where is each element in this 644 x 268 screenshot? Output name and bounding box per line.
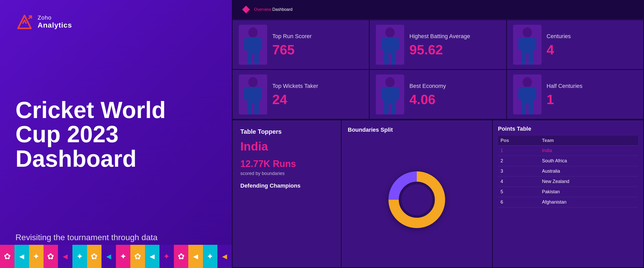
stat-card-run-scorer: Top Run Scorer 765 (233, 20, 369, 69)
table-toppers-card: Table Toppers India 12.77K Runs scored b… (233, 120, 341, 267)
table-toppers-title: Table Toppers (240, 128, 333, 135)
runs-highlight: 12.77K Runs (240, 158, 333, 169)
deco-block: ✦ (203, 245, 217, 268)
deco-block: ◄ (101, 245, 116, 268)
table-toppers-country: India (240, 139, 333, 153)
stat-value-centuries: 4 (547, 43, 637, 56)
player-image-centuries (513, 25, 541, 65)
deco-block: ✦ (159, 245, 174, 268)
deco-block: ◄ (145, 245, 159, 268)
stat-label-half-centuries: Half Centuries (547, 82, 637, 90)
row-position: 5 (498, 187, 539, 197)
svg-rect-15 (391, 53, 396, 65)
stat-info-batting-avg: Highest Batting Average 95.62 (409, 33, 500, 57)
header-title: Overview Dashboard (254, 7, 292, 12)
points-table: Pos Team 1India2South Africa3Australia4N… (498, 136, 638, 207)
stat-info-wickets: Top Wickets Taker 24 (272, 82, 363, 106)
runs-sub: scored by boundaries (240, 171, 333, 176)
svg-point-10 (385, 27, 395, 38)
left-panel: Zoho Analytics Cricket World Cup 2023 Da… (0, 0, 232, 268)
svg-point-17 (523, 27, 532, 38)
svg-marker-0 (18, 15, 31, 28)
logo-text: Zoho Analytics (38, 14, 72, 29)
svg-rect-21 (521, 53, 526, 65)
subtitle: Revisiting the tournament through data (15, 233, 216, 242)
deco-block: ✿ (174, 245, 188, 268)
row-team: India (539, 146, 638, 156)
player-image-half-centuries (513, 74, 541, 114)
row-position: 2 (498, 156, 539, 166)
stat-label-run-scorer: Top Run Scorer (272, 33, 363, 40)
stat-value-half-centuries: 1 (547, 93, 637, 106)
donut-chart-wrapper (348, 138, 486, 261)
stat-info-centuries: Centuries 4 (547, 33, 637, 57)
svg-rect-14 (384, 53, 389, 65)
svg-rect-33 (381, 88, 386, 99)
boundaries-section: Boundaries Split (342, 120, 492, 267)
stat-card-wickets: Top Wickets Taker 24 (233, 70, 369, 119)
row-team: Australia (539, 166, 638, 177)
defending-champs-title: Defending Champions (240, 182, 333, 189)
svg-rect-20 (531, 38, 536, 50)
col-team: Team (539, 136, 638, 146)
player-image-wickets (239, 74, 267, 114)
svg-rect-19 (518, 38, 523, 50)
deco-block: ◄ (14, 245, 29, 268)
svg-rect-6 (257, 38, 262, 50)
table-row: 3Australia (498, 166, 638, 177)
stat-label-centuries: Centuries (547, 33, 637, 40)
header-dashboard-text: Dashboard (272, 7, 292, 12)
stat-card-centuries: Centuries 4 (507, 20, 643, 69)
stat-info-run-scorer: Top Run Scorer 765 (272, 33, 363, 57)
points-table-title: Points Table (498, 125, 638, 132)
donut-chart (381, 164, 453, 236)
stat-value-economy: 4.06 (409, 93, 500, 106)
svg-rect-34 (394, 88, 399, 99)
svg-point-3 (248, 27, 258, 38)
table-row: 5Pakistan (498, 187, 638, 197)
table-row: 1India (498, 146, 638, 156)
stat-label-economy: Best Economy (409, 82, 500, 90)
svg-point-31 (385, 77, 395, 87)
header-diamond-icon (242, 6, 250, 13)
deco-block: ◄ (58, 245, 72, 268)
deco-block: ✦ (116, 245, 130, 268)
logo-area: Zoho Analytics (15, 13, 216, 31)
svg-point-46 (401, 184, 432, 215)
svg-rect-42 (521, 103, 526, 114)
deco-strip: ✿◄✦✿◄✦✿◄✦✿◄✦✿◄✦◄ (0, 245, 232, 268)
stat-card-economy: Best Economy 4.06 (370, 70, 506, 119)
stat-card-batting-avg: Highest Batting Average 95.62 (370, 20, 506, 69)
row-team: Pakistan (539, 187, 638, 197)
svg-rect-43 (529, 103, 533, 114)
points-table-section: Points Table Pos Team 1India2South Afric… (493, 120, 643, 267)
stat-info-economy: Best Economy 4.06 (409, 82, 500, 106)
svg-rect-35 (384, 103, 389, 114)
col-pos: Pos (498, 136, 539, 146)
stat-label-batting-avg: Highest Batting Average (409, 33, 500, 40)
svg-rect-36 (391, 103, 396, 114)
stat-value-wickets: 24 (272, 93, 363, 106)
logo-zoho: Zoho (38, 14, 72, 21)
player-image-batting (376, 25, 404, 65)
stat-card-half-centuries: Half Centuries 1 (507, 70, 643, 119)
stat-value-run-scorer: 765 (272, 43, 363, 56)
row-position: 6 (498, 197, 539, 207)
svg-rect-12 (381, 38, 386, 50)
svg-rect-41 (531, 88, 536, 99)
header-overview: Overview (254, 7, 271, 12)
svg-rect-22 (529, 53, 533, 65)
table-row: 2South Africa (498, 156, 638, 166)
deco-block: ◄ (217, 245, 232, 268)
svg-rect-40 (518, 88, 523, 99)
player-image-economy (376, 74, 404, 114)
bottom-section: Table Toppers India 12.77K Runs scored b… (232, 120, 644, 268)
svg-rect-26 (244, 88, 249, 99)
svg-point-24 (248, 77, 258, 87)
row-position: 4 (498, 177, 539, 187)
deco-block: ✿ (0, 245, 14, 268)
deco-block: ✦ (72, 245, 87, 268)
svg-point-38 (523, 77, 532, 87)
svg-rect-8 (254, 53, 259, 65)
svg-rect-5 (244, 38, 249, 50)
